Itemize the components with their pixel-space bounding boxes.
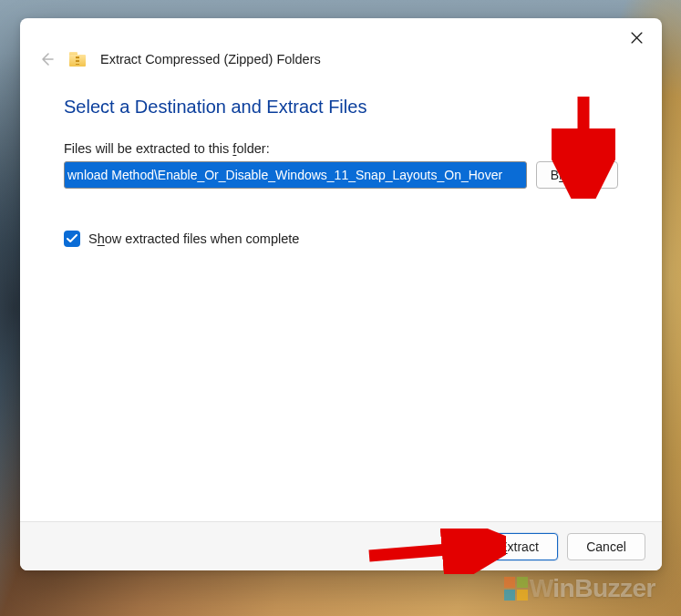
- page-heading: Select a Destination and Extract Files: [64, 97, 618, 118]
- close-button[interactable]: [622, 23, 651, 52]
- back-button[interactable]: [38, 51, 55, 67]
- wizard-header: Extract Compressed (Zipped) Folders: [20, 51, 662, 80]
- checkmark-icon: [67, 234, 77, 243]
- dialog-content: Select a Destination and Extract Files F…: [20, 80, 662, 521]
- cancel-button[interactable]: Cancel: [567, 533, 645, 560]
- arrow-left-icon: [39, 52, 54, 67]
- show-files-label: Show extracted files when complete: [88, 231, 299, 246]
- show-files-checkbox[interactable]: [64, 231, 80, 247]
- wizard-title: Extract Compressed (Zipped) Folders: [100, 52, 321, 67]
- path-input-value: wnload Method\Enable_Or_Disable_Windows_…: [67, 165, 503, 185]
- path-row: wnload Method\Enable_Or_Disable_Windows_…: [64, 161, 618, 189]
- path-field-label: Files will be extracted to this folder:: [64, 141, 618, 156]
- zip-folder-icon: [69, 52, 86, 67]
- destination-path-input[interactable]: wnload Method\Enable_Or_Disable_Windows_…: [64, 161, 527, 189]
- show-files-checkbox-row: Show extracted files when complete: [64, 231, 618, 247]
- extract-wizard-dialog: Extract Compressed (Zipped) Folders Sele…: [20, 18, 662, 570]
- dialog-footer: Extract Cancel: [20, 521, 662, 570]
- browse-button[interactable]: Browse...: [536, 161, 618, 189]
- close-icon: [631, 32, 643, 44]
- extract-button[interactable]: Extract: [480, 533, 558, 560]
